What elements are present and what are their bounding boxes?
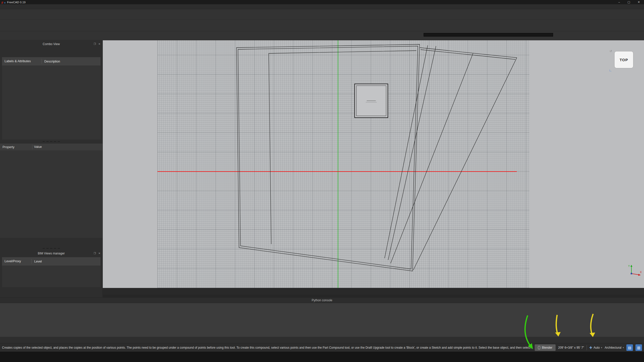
splitter-handle[interactable]: [0, 246, 103, 250]
navcube-axes-icon: ∟: [609, 69, 612, 72]
tree-header: Labels & Attributes Description: [2, 57, 100, 65]
tool-tooltip: [424, 33, 553, 37]
report-console-tabs: [0, 337, 644, 343]
menu-bar: [0, 4, 644, 9]
window-title: FreeCAD 0.19: [7, 1, 26, 4]
dimensions-readout: 209' 6+3/8" x 95' 7": [558, 346, 584, 349]
python-console-title: Python console: [312, 299, 332, 302]
property-editor: Property Value: [0, 144, 103, 150]
mouse-icon: [538, 346, 540, 349]
status-bar: Creates copies of the selected object, a…: [0, 343, 644, 352]
tree-col-description: Description: [42, 60, 100, 63]
minimize-button[interactable]: –: [618, 1, 620, 4]
axis-cross: Y X: [628, 264, 643, 277]
room-box: [355, 84, 388, 118]
3d-viewport[interactable]: ↺ TOP ∟ Y X: [103, 40, 644, 288]
close-button[interactable]: ✕: [638, 1, 640, 4]
status-message: Creates copies of the selected object, a…: [2, 346, 532, 349]
python-console-header: Python console: [0, 297, 644, 303]
maximize-button[interactable]: ▢: [627, 1, 630, 4]
close-panel-icon[interactable]: ✕: [98, 252, 100, 255]
value-col-header: Value: [32, 145, 103, 149]
status-panel-button-1[interactable]: ▤: [626, 344, 633, 351]
title-bar: F⚙ FreeCAD 0.19 – ▢ ✕: [0, 0, 644, 4]
axis-x-label: X: [640, 271, 642, 274]
nav-style-button[interactable]: Blender: [535, 344, 556, 351]
axis-y-label: Y: [628, 265, 630, 268]
bim-views-list[interactable]: [2, 266, 100, 287]
navcube-rotate-icon[interactable]: ↺: [609, 49, 612, 53]
toolbar-standard: [0, 9, 644, 19]
toolbar-snapping-modify: [0, 19, 644, 31]
property-col-header: Property: [0, 145, 32, 149]
view-data-tabs: [0, 238, 103, 246]
python-console[interactable]: [0, 303, 644, 337]
float-panel-icon[interactable]: ❐: [94, 252, 96, 255]
snap-icon: ✚: [589, 346, 592, 350]
freecad-window: F⚙ FreeCAD 0.19 – ▢ ✕ Combo View ❐✕ Labe…: [0, 0, 644, 362]
tree-col-labels: Labels & Attributes: [2, 59, 42, 64]
splitter-handle[interactable]: [0, 140, 103, 144]
close-panel-icon[interactable]: ✕: [98, 43, 100, 45]
property-editor-empty: [0, 150, 103, 238]
bim-col-level: Level: [32, 260, 100, 263]
snap-mode-dropdown[interactable]: ✚ Auto▾: [589, 346, 602, 350]
windows-taskbar: [0, 352, 644, 362]
bim-views-toolbar: [0, 287, 103, 297]
tab-bar-filler: [103, 295, 644, 297]
units-dropdown[interactable]: Architectural▾: [605, 346, 624, 349]
bim-col-level-proxy: Level/Proxy: [2, 259, 32, 264]
model-tree: [2, 65, 100, 140]
combo-view-title: Combo View: [43, 42, 60, 46]
bim-views-title: BIM Views manager: [38, 252, 65, 255]
navigation-cube[interactable]: TOP: [614, 51, 633, 68]
float-panel-icon[interactable]: ❐: [94, 43, 96, 45]
bim-views-header: Level/Proxy Level: [2, 257, 100, 266]
status-panel-button-2[interactable]: ▥: [635, 344, 642, 351]
freecad-logo-icon: F⚙: [2, 1, 6, 4]
combo-view-tabs: [0, 47, 103, 55]
floor-plan-drawing[interactable]: [103, 40, 644, 288]
combo-view-panel: Combo View ❐✕ Labels & Attributes Descri…: [0, 40, 103, 297]
document-tab-bar: [103, 288, 644, 295]
